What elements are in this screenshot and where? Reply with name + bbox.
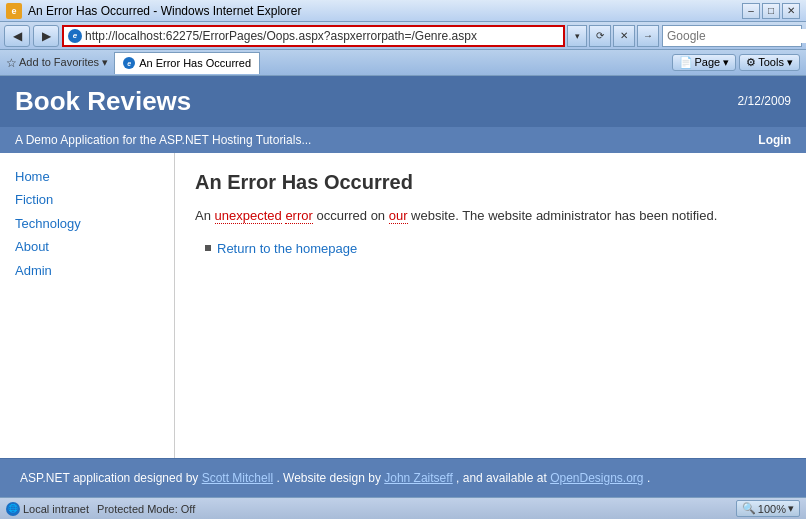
sidebar-item-fiction[interactable]: Fiction — [15, 188, 159, 211]
sidebar: Home Fiction Technology About Admin — [0, 153, 175, 458]
sidebar-item-about[interactable]: About — [15, 235, 159, 258]
zoom-dropdown-icon: ▾ — [788, 502, 794, 515]
login-link[interactable]: Login — [758, 133, 791, 147]
sidebar-item-home[interactable]: Home — [15, 165, 159, 188]
error-word-error: error — [285, 208, 312, 224]
gear-icon: ⚙ — [746, 56, 756, 69]
list-item: Return to the homepage — [205, 241, 786, 256]
address-dropdown-button[interactable]: ▾ — [567, 25, 587, 47]
zoom-button[interactable]: 🔍 100% ▾ — [736, 500, 800, 517]
minimize-button[interactable]: – — [742, 3, 760, 19]
error-list: Return to the homepage — [195, 241, 786, 256]
footer-text-final: . — [647, 471, 650, 485]
footer-text-before: ASP.NET application designed by — [20, 471, 202, 485]
main-layout: Home Fiction Technology About Admin An E… — [0, 153, 806, 458]
homepage-link[interactable]: Return to the homepage — [217, 241, 357, 256]
zoom-level: 100% — [758, 503, 786, 515]
search-area: 🔍 — [662, 25, 802, 47]
zoom-icon: 🔍 — [742, 502, 756, 515]
intranet-label: Local intranet — [23, 503, 89, 515]
protected-mode-label: Protected Mode: Off — [97, 503, 195, 515]
site-link[interactable]: OpenDesigns.org — [550, 471, 643, 485]
designer-link[interactable]: John Zaitseff — [384, 471, 452, 485]
title-bar: e An Error Has Occurred - Windows Intern… — [0, 0, 806, 22]
forward-button[interactable]: ▶ — [33, 25, 59, 47]
add-favorites-button[interactable]: ☆ Add to Favorites ▾ — [6, 56, 108, 70]
error-heading: An Error Has Occurred — [195, 171, 786, 194]
browser-tab[interactable]: e An Error Has Occurred — [114, 52, 260, 74]
close-button[interactable]: ✕ — [782, 3, 800, 19]
app-icon: e — [6, 3, 22, 19]
site-date: 2/12/2009 — [738, 86, 791, 108]
tab-title: An Error Has Occurred — [139, 57, 251, 69]
page-button[interactable]: 📄 Page ▾ — [672, 54, 737, 71]
address-input[interactable] — [85, 29, 559, 43]
footer-text-mid: . Website design by — [276, 471, 384, 485]
search-input[interactable] — [663, 29, 806, 43]
tagline-bar: A Demo Application for the ASP.NET Hosti… — [0, 127, 806, 153]
stop-button[interactable]: ✕ — [613, 25, 635, 47]
address-bar: ◀ ▶ e ▾ ⟳ ✕ → 🔍 — [0, 22, 806, 50]
window-title: An Error Has Occurred - Windows Internet… — [28, 4, 301, 18]
error-word-our: our — [389, 208, 408, 224]
ie-icon: e — [68, 29, 82, 43]
tools-button[interactable]: ⚙ Tools ▾ — [739, 54, 800, 71]
star-icon: ☆ — [6, 56, 17, 70]
address-field-wrapper: e — [62, 25, 565, 47]
sidebar-item-admin[interactable]: Admin — [15, 259, 159, 282]
tagline-text: A Demo Application for the ASP.NET Hosti… — [15, 133, 311, 147]
go-button[interactable]: → — [637, 25, 659, 47]
back-button[interactable]: ◀ — [4, 25, 30, 47]
author-link[interactable]: Scott Mitchell — [202, 471, 273, 485]
site-title: Book Reviews — [15, 86, 191, 117]
error-word-unexpected: unexpected — [215, 208, 282, 224]
restore-button[interactable]: □ — [762, 3, 780, 19]
site-header: Book Reviews 2/12/2009 — [0, 76, 806, 127]
footer-text-end: , and available at — [456, 471, 550, 485]
tab-icon: e — [123, 57, 135, 69]
site-wrapper: Book Reviews 2/12/2009 A Demo Applicatio… — [0, 76, 806, 497]
intranet-status: 🌐 Local intranet — [6, 502, 89, 516]
site-footer: ASP.NET application designed by Scott Mi… — [0, 458, 806, 497]
refresh-button[interactable]: ⟳ — [589, 25, 611, 47]
content-area: An Error Has Occurred An unexpected erro… — [175, 153, 806, 458]
error-body: An unexpected error occurred on our webs… — [195, 206, 786, 227]
sidebar-item-technology[interactable]: Technology — [15, 212, 159, 235]
bullet-icon — [205, 245, 211, 251]
favorites-label: Add to Favorites ▾ — [19, 56, 108, 69]
toolbar-right: 📄 Page ▾ ⚙ Tools ▾ — [672, 54, 801, 71]
window-controls: – □ ✕ — [742, 3, 800, 19]
globe-icon: 🌐 — [6, 502, 20, 516]
status-bar: 🌐 Local intranet Protected Mode: Off 🔍 1… — [0, 497, 806, 519]
status-right: 🔍 100% ▾ — [736, 500, 800, 517]
page-icon: 📄 — [679, 56, 693, 69]
favorites-bar: ☆ Add to Favorites ▾ e An Error Has Occu… — [0, 50, 806, 76]
